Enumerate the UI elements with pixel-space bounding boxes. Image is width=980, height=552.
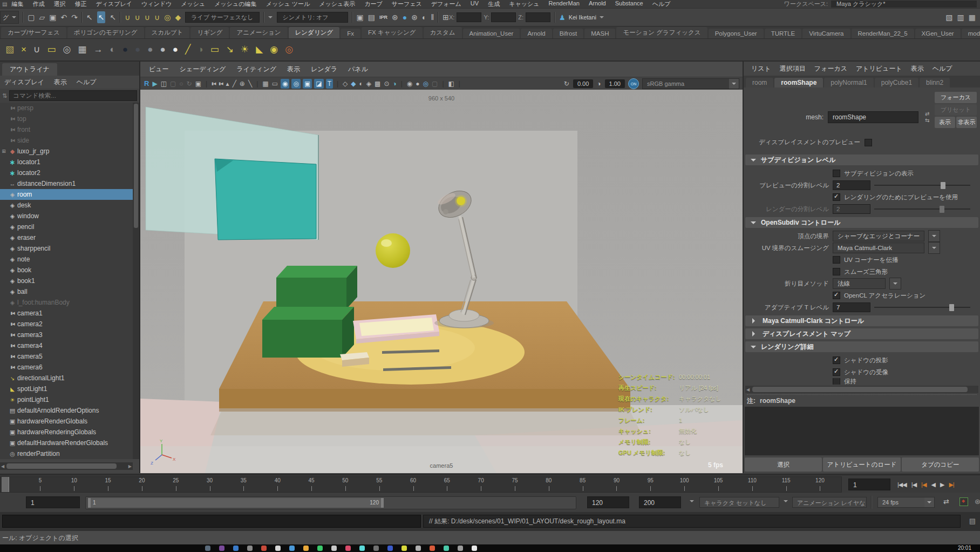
- menu-item[interactable]: 修正: [74, 0, 86, 8]
- snap-to-curve-icon[interactable]: ∪: [134, 11, 140, 23]
- uv-boundary-smoothing-select[interactable]: Maya Catmull-Clark: [833, 243, 924, 253]
- menu-item[interactable]: ウィンドウ: [141, 0, 172, 8]
- range-slider[interactable]: 1 120: [85, 496, 576, 509]
- outliner-item[interactable]: ▮◀ camera6: [0, 362, 133, 373]
- shelf-tab[interactable]: Polygons_User: [709, 29, 764, 38]
- preview-division-levels-field[interactable]: 2: [833, 180, 870, 190]
- viewport-menu-item[interactable]: レンダラ: [311, 65, 337, 74]
- ipr-render-icon[interactable]: IPR: [379, 11, 387, 23]
- script-editor-icon[interactable]: ▤: [969, 517, 976, 525]
- menu-item[interactable]: Arnold: [589, 0, 606, 8]
- copy-tab-button[interactable]: タブのコピー: [902, 457, 979, 472]
- taskbar-app-icon[interactable]: [373, 546, 379, 551]
- adaptive-t-level-slider[interactable]: [874, 303, 970, 312]
- menu-item[interactable]: Substance: [615, 0, 643, 8]
- pause-icon[interactable]: ‖: [431, 11, 434, 23]
- mesh-name-field[interactable]: roomShape: [828, 111, 918, 123]
- shelf-tab[interactable]: Bifrost: [553, 29, 584, 38]
- new-scene-icon[interactable]: ▢: [28, 11, 35, 23]
- menu-item[interactable]: UV: [471, 0, 479, 8]
- receive-shadows-checkbox[interactable]: [833, 368, 840, 376]
- menu-item[interactable]: ヘルプ: [652, 0, 671, 8]
- material-sphere-mid-icon[interactable]: ●: [147, 41, 153, 59]
- outliner-item[interactable]: ◈ sharppencil: [0, 243, 133, 254]
- shelf-tab[interactable]: MASH: [584, 29, 615, 38]
- shelf-tab[interactable]: Arnold: [521, 29, 552, 38]
- material-sphere-darkest-icon[interactable]: ●: [122, 41, 128, 59]
- exposure-field[interactable]: 0.00: [573, 79, 593, 88]
- outliner-item[interactable]: ▮◀ top: [0, 113, 133, 124]
- current-frame-field[interactable]: 1: [848, 479, 890, 490]
- step-back-button[interactable]: |◀: [920, 481, 928, 488]
- snap-to-grid-icon[interactable]: ∪: [125, 11, 130, 23]
- scroll-left-icon[interactable]: ◀: [0, 464, 5, 469]
- outliner-item[interactable]: ∗ locator2: [0, 167, 133, 178]
- anti-alias-icon[interactable]: ◎: [423, 79, 429, 89]
- time-slider[interactable]: 5101520253035404550556065707580859095100…: [0, 476, 842, 493]
- command-input[interactable]: [2, 515, 421, 528]
- shelf-tab[interactable]: モーション グラフィックス: [616, 27, 707, 38]
- select-component-icon[interactable]: ↖: [110, 11, 116, 23]
- hold-out-checkbox[interactable]: [833, 378, 840, 385]
- taskbar-app-icon[interactable]: [401, 546, 407, 551]
- ae-menu-item[interactable]: リスト: [751, 64, 771, 73]
- shelf-tab[interactable]: Animation_User: [463, 29, 520, 38]
- play-forwards-button[interactable]: ▶: [938, 481, 945, 488]
- separator[interactable]: |: [256, 79, 258, 89]
- outliner-item[interactable]: ▣ hardwareRenderGlobals: [0, 416, 133, 427]
- smooth-triangles-checkbox[interactable]: [833, 268, 840, 275]
- default-material-icon[interactable]: ⊙: [383, 79, 390, 89]
- section-subdivision-levels[interactable]: サブディビジョン レベル: [745, 154, 978, 165]
- textured-mode-icon[interactable]: ◐: [359, 79, 364, 89]
- crosshair-icon[interactable]: ×: [21, 41, 26, 59]
- hide-button[interactable]: 非表示: [956, 117, 977, 128]
- outliner-item[interactable]: ▮◀ persp: [0, 103, 133, 113]
- camera-attributes-icon[interactable]: ▮◀: [218, 79, 223, 89]
- refresh-icon[interactable]: ↻: [186, 79, 193, 89]
- viewport-menu-item[interactable]: シェーディング: [180, 65, 226, 74]
- hypershade-icon[interactable]: ●: [403, 11, 407, 23]
- ae-node-tab[interactable]: polyCube1: [875, 78, 918, 87]
- outliner-item[interactable]: ◈ book: [0, 265, 133, 275]
- resolution-gate-icon[interactable]: ◉: [281, 79, 289, 89]
- render-target-icon[interactable]: ◎: [285, 41, 293, 59]
- material-sphere-white-icon[interactable]: ●: [173, 41, 178, 59]
- chevron-down-icon[interactable]: [690, 500, 694, 504]
- taskbar-app-icon[interactable]: [472, 546, 477, 551]
- outliner-item[interactable]: ◈ book1: [0, 275, 133, 286]
- ae-node-tab[interactable]: polyNormal1: [824, 78, 873, 87]
- shelf-tab[interactable]: ポリゴンのモデリング: [67, 27, 144, 38]
- menu-item[interactable]: メッシュ ツール: [266, 0, 310, 8]
- outliner-menu-item[interactable]: 表示: [54, 78, 67, 87]
- paint-effects-icon[interactable]: ▧: [5, 41, 14, 59]
- previous-keyframe-button[interactable]: |◀: [910, 481, 918, 488]
- wireframe-mode-icon[interactable]: ◇: [342, 79, 348, 89]
- directional-light-icon[interactable]: ↘: [226, 41, 234, 59]
- smooth-icon[interactable]: ○: [179, 79, 183, 89]
- scroll-left-icon[interactable]: ◀: [745, 387, 751, 392]
- focus-button[interactable]: フォーカス: [935, 92, 977, 103]
- redo-icon[interactable]: ↷: [71, 11, 78, 23]
- auto-keyframe-toggle[interactable]: [959, 497, 968, 506]
- snap-to-point-icon[interactable]: ∪: [145, 11, 150, 23]
- ae-menu-item[interactable]: フォーカス: [814, 64, 847, 73]
- viewport-menu-item[interactable]: 表示: [287, 65, 300, 74]
- taskbar-app-icon[interactable]: [458, 546, 463, 551]
- menu-item[interactable]: メッシュ表示: [319, 0, 355, 8]
- shelf-tab[interactable]: XGen_User: [915, 29, 961, 38]
- menu-item[interactable]: ディスプレイ: [96, 0, 132, 8]
- outliner-item[interactable]: ▤ defaultArnoldRenderOptions: [0, 405, 133, 416]
- current-frame-marker[interactable]: [2, 477, 9, 492]
- vertex-boundary-select[interactable]: シャープなエッジとコーナー: [833, 231, 924, 241]
- notes-area[interactable]: [745, 407, 979, 455]
- viewport-menu-item[interactable]: ライティング: [236, 65, 276, 74]
- add-bookmark-icon[interactable]: ⊕: [239, 79, 246, 89]
- section-opensubdiv-controls[interactable]: OpenSubdiv コントロール: [745, 217, 978, 228]
- viewport-menu-item[interactable]: ビュー: [149, 65, 169, 74]
- fps-select[interactable]: 24 fps: [877, 497, 935, 508]
- all-lights-icon[interactable]: ◈: [366, 79, 372, 89]
- area-light-icon[interactable]: ▭: [210, 41, 219, 59]
- taskbar-app-icon[interactable]: [345, 546, 351, 551]
- pencil-icon[interactable]: ╱: [232, 79, 237, 89]
- ae-node-tab[interactable]: blinn2: [920, 78, 950, 87]
